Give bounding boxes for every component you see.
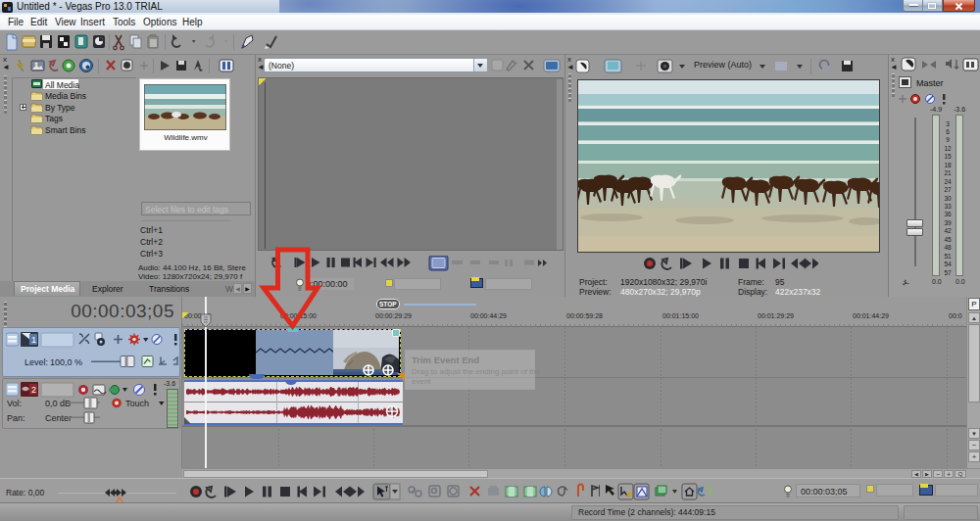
svg-text:Vol:: Vol: [7, 399, 22, 408]
svg-text:1: 1 [31, 335, 36, 345]
svg-text:100,0 %: 100,0 % [50, 357, 82, 367]
svg-text:Pan:: Pan: [7, 413, 25, 423]
svg-text:Level:: Level: [24, 357, 48, 367]
svg-text:Touch: Touch [125, 399, 149, 408]
svg-text:0,0 dB: 0,0 dB [45, 399, 71, 408]
svg-text:Center: Center [45, 413, 72, 423]
svg-text:2: 2 [31, 385, 36, 395]
